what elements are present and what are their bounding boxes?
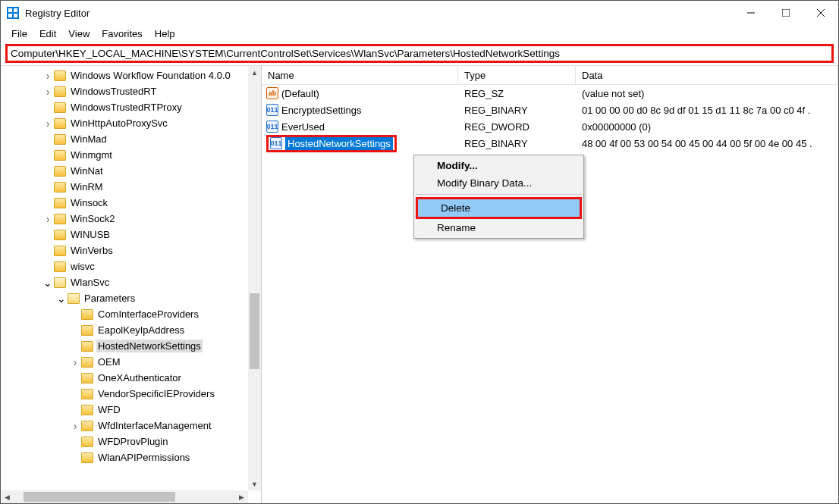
tree-pane: ›Windows Workflow Foundation 4.0.0›Windo…	[1, 66, 262, 503]
folder-icon	[54, 261, 66, 272]
menu-help[interactable]: Help	[149, 27, 181, 41]
tree-item[interactable]: Winmgmt	[1, 147, 261, 163]
tree-item[interactable]: Winsock	[1, 195, 261, 211]
tree-item-label: WinRM	[69, 180, 105, 193]
scroll-down-icon[interactable]: ▼	[248, 477, 261, 490]
scroll-thumb-horizontal[interactable]	[24, 492, 175, 502]
binary-value-icon: 011	[270, 137, 282, 149]
tree-scrollbar-horizontal[interactable]: ◀ ▶	[1, 490, 248, 503]
value-row[interactable]: 011EncryptedSettingsREG_BINARY01 00 00 0…	[262, 102, 838, 118]
chevron-down-icon[interactable]: ⌄	[42, 277, 54, 289]
menu-view[interactable]: View	[62, 27, 96, 41]
context-menu: Modify... Modify Binary Data... Delete R…	[413, 155, 584, 239]
scroll-right-icon[interactable]: ▶	[235, 490, 248, 503]
tree-item-label: wisvc	[69, 260, 96, 273]
column-data[interactable]: Data	[576, 66, 838, 84]
string-value-icon: ab	[266, 87, 278, 99]
menu-edit[interactable]: Edit	[33, 27, 62, 41]
chevron-right-icon[interactable]: ›	[69, 356, 81, 368]
svg-rect-3	[14, 14, 17, 17]
tree-item-label: WfdInterfaceManagement	[96, 419, 213, 432]
chevron-right-icon[interactable]: ›	[69, 420, 81, 432]
folder-icon	[81, 309, 93, 320]
tree-item[interactable]: ⌄Parameters	[1, 290, 261, 306]
column-name[interactable]: Name	[262, 66, 458, 84]
address-bar[interactable]: Computer\HKEY_LOCAL_MACHINE\SYSTEM\Curre…	[5, 44, 834, 63]
tree-item[interactable]: WinNat	[1, 163, 261, 179]
tree-item[interactable]: WINUSB	[1, 227, 261, 243]
tree-item[interactable]: VendorSpecificIEProviders	[1, 386, 261, 402]
tree-item[interactable]: WinRM	[1, 179, 261, 195]
context-rename[interactable]: Rename	[414, 219, 583, 236]
value-row[interactable]: 011HostedNetworkSettingsREG_BINARY48 00 …	[262, 135, 838, 152]
chevron-right-icon[interactable]: ›	[42, 117, 54, 130]
context-modify-binary[interactable]: Modify Binary Data...	[414, 174, 583, 192]
folder-icon	[68, 293, 80, 304]
tree-scrollbar-vertical[interactable]: ▲ ▼	[248, 66, 261, 490]
value-row[interactable]: 011EverUsedREG_DWORD0x00000000 (0)	[262, 118, 838, 135]
tree-item-label: VendorSpecificIEProviders	[96, 387, 216, 400]
tree-item[interactable]: HostedNetworkSettings	[1, 338, 261, 354]
tree-item[interactable]: WinVerbs	[1, 243, 261, 258]
tree-item-label: EapolKeyIpAddress	[96, 324, 186, 337]
folder-icon	[54, 277, 66, 288]
tree-item-label: WinMad	[69, 133, 108, 146]
chevron-right-icon[interactable]: ›	[42, 213, 54, 225]
tree-item[interactable]: WlanAPIPermissions	[1, 449, 261, 465]
menu-favorites[interactable]: Favorites	[96, 27, 148, 41]
svg-rect-0	[8, 8, 12, 12]
folder-icon	[54, 150, 66, 161]
chevron-right-icon[interactable]: ›	[42, 70, 54, 82]
tree-item[interactable]: ⌄WlanSvc	[1, 274, 261, 290]
context-modify[interactable]: Modify...	[414, 157, 583, 174]
tree-item[interactable]: ComInterfaceProviders	[1, 306, 261, 322]
tree-item-label: WlanAPIPermissions	[96, 451, 191, 464]
value-name: (Default)	[281, 88, 319, 99]
tree-item[interactable]: ›WinHttpAutoProxySvc	[1, 115, 261, 131]
tree-item-label: WlanSvc	[69, 276, 111, 289]
tree-item-label: OEM	[96, 355, 122, 368]
tree-item[interactable]: WindowsTrustedRTProxy	[1, 99, 261, 115]
tree-item[interactable]: OneXAuthenticator	[1, 370, 261, 386]
folder-icon	[81, 357, 93, 368]
tree-item[interactable]: WFD	[1, 402, 261, 418]
tree-item[interactable]: ›WinSock2	[1, 211, 261, 227]
tree-item[interactable]: WinMad	[1, 131, 261, 147]
column-type[interactable]: Type	[458, 66, 576, 84]
tree-item[interactable]: EapolKeyIpAddress	[1, 322, 261, 338]
maximize-button[interactable]	[768, 1, 803, 25]
tree-item[interactable]: WFDProvPlugin	[1, 434, 261, 449]
context-delete[interactable]: Delete	[418, 199, 580, 217]
tree-item-label: WFD	[96, 403, 122, 416]
folder-icon	[54, 198, 66, 208]
column-headers: Name Type Data	[262, 66, 838, 85]
chevron-right-icon[interactable]: ›	[42, 86, 54, 98]
binary-value-icon: 011	[266, 104, 278, 116]
tree-item-label: WFDProvPlugin	[96, 435, 169, 448]
app-icon	[7, 7, 19, 19]
chevron-down-icon[interactable]: ⌄	[55, 293, 68, 305]
scroll-left-icon[interactable]: ◀	[1, 491, 14, 504]
value-row[interactable]: ab(Default)REG_SZ(value not set)	[262, 85, 838, 102]
tree-item[interactable]: ›Windows Workflow Foundation 4.0.0	[1, 67, 261, 83]
tree-item-label: WINUSB	[69, 228, 112, 241]
scroll-thumb-vertical[interactable]	[250, 293, 259, 369]
tree-item[interactable]: ›WindowsTrustedRT	[1, 83, 261, 99]
value-data: 01 00 00 00 d0 8c 9d df 01 15 d1 11 8c 7…	[576, 105, 838, 116]
menu-file[interactable]: File	[5, 27, 33, 41]
tree-item[interactable]: ›OEM	[1, 354, 261, 370]
tree-item[interactable]: ›WfdInterfaceManagement	[1, 418, 261, 434]
scroll-up-icon[interactable]: ▲	[248, 66, 261, 79]
folder-icon	[81, 452, 93, 463]
value-data: 0x00000000 (0)	[576, 121, 838, 133]
folder-icon	[81, 341, 93, 352]
menu-bar: File Edit View Favorites Help	[1, 25, 838, 42]
tree-item-label: ComInterfaceProviders	[96, 308, 200, 321]
folder-icon	[54, 166, 66, 177]
tree-item[interactable]: wisvc	[1, 258, 261, 274]
close-button[interactable]	[803, 1, 838, 25]
minimize-button[interactable]	[734, 1, 768, 25]
value-type: REG_BINARY	[458, 138, 576, 149]
binary-value-icon: 011	[266, 121, 278, 133]
folder-icon	[54, 102, 66, 113]
